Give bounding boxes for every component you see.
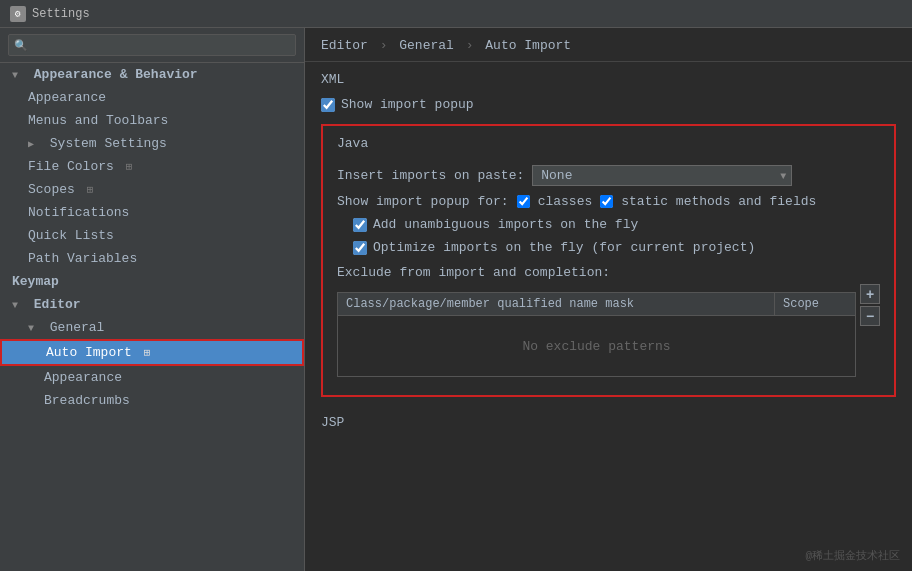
- no-patterns-text: No exclude patterns: [522, 339, 670, 354]
- breadcrumb-part-general: General: [399, 38, 454, 53]
- sidebar-item-auto-import[interactable]: Auto Import ⊞: [0, 339, 304, 366]
- table-col1-header: Class/package/member qualified name mask: [338, 293, 775, 315]
- table-col2-header: Scope: [775, 293, 855, 315]
- add-unambiguous-label: Add unambiguous imports on the fly: [373, 217, 638, 232]
- show-import-popup-row: Show import popup: [305, 93, 912, 116]
- title-bar: ⚙ Settings: [0, 0, 912, 28]
- optimize-imports-checkbox[interactable]: [353, 241, 367, 255]
- breadcrumb-part-autoimport: Auto Import: [485, 38, 571, 53]
- jsp-section-label: JSP: [305, 405, 912, 438]
- sidebar-item-breadcrumbs[interactable]: Breadcrumbs: [0, 389, 304, 412]
- breadcrumb-sep1: ›: [380, 38, 388, 53]
- sidebar-item-file-colors[interactable]: File Colors ⊞: [0, 155, 304, 178]
- show-import-popup-checkbox[interactable]: [321, 98, 335, 112]
- optimize-imports-label: Optimize imports on the fly (for current…: [373, 240, 755, 255]
- sidebar-item-editor[interactable]: ▼ Editor: [0, 293, 304, 316]
- optimize-imports-row: Optimize imports on the fly (for current…: [337, 236, 880, 259]
- copy-icon-auto-import: ⊞: [144, 347, 151, 359]
- sidebar-item-quick-lists[interactable]: Quick Lists: [0, 224, 304, 247]
- title-bar-title: Settings: [32, 7, 90, 21]
- breadcrumb: Editor › General › Auto Import: [305, 28, 912, 62]
- sidebar-item-system-settings[interactable]: ▶ System Settings: [0, 132, 304, 155]
- add-exclude-button[interactable]: +: [860, 284, 880, 304]
- sidebar-item-keymap[interactable]: Keymap: [0, 270, 304, 293]
- add-unambiguous-checkbox[interactable]: [353, 218, 367, 232]
- sidebar-item-scopes[interactable]: Scopes ⊞: [0, 178, 304, 201]
- breadcrumb-part-editor: Editor: [321, 38, 368, 53]
- content-area: Editor › General › Auto Import XML Show …: [305, 28, 912, 571]
- static-methods-label: static methods and fields: [621, 194, 816, 209]
- exclude-table-wrapper: Class/package/member qualified name mask…: [337, 284, 856, 385]
- sidebar-item-appearance2[interactable]: Appearance: [0, 366, 304, 389]
- breadcrumb-sep2: ›: [466, 38, 474, 53]
- xml-section-label: XML: [305, 62, 912, 93]
- sidebar-item-appearance[interactable]: Appearance: [0, 86, 304, 109]
- classes-label: classes: [538, 194, 593, 209]
- java-section-box: Java Insert imports on paste: None All A…: [321, 124, 896, 397]
- add-unambiguous-row: Add unambiguous imports on the fly: [337, 213, 880, 236]
- show-import-popup-for-label: Show import popup for:: [337, 194, 509, 209]
- title-bar-icon: ⚙: [10, 6, 26, 22]
- table-header: Class/package/member qualified name mask…: [338, 293, 855, 316]
- exclude-table-section: Class/package/member qualified name mask…: [337, 284, 880, 385]
- table-body: No exclude patterns: [338, 316, 855, 376]
- insert-imports-row: Insert imports on paste: None All Ask ▼: [337, 161, 880, 190]
- search-icon: 🔍: [14, 39, 28, 52]
- sidebar-item-notifications[interactable]: Notifications: [0, 201, 304, 224]
- exclude-label: Exclude from import and completion:: [337, 259, 880, 284]
- copy-icon-scopes: ⊞: [87, 184, 94, 196]
- watermark: @稀土掘金技术社区: [805, 548, 900, 563]
- insert-imports-select-wrapper: None All Ask ▼: [532, 165, 792, 186]
- remove-exclude-button[interactable]: −: [860, 306, 880, 326]
- static-methods-checkbox[interactable]: [600, 195, 613, 208]
- classes-checkbox[interactable]: [517, 195, 530, 208]
- sidebar-item-appearance-behavior[interactable]: ▼ Appearance & Behavior: [0, 63, 304, 86]
- show-import-popup-for-row: Show import popup for: classes static me…: [337, 190, 880, 213]
- show-import-popup-label: Show import popup: [341, 97, 474, 112]
- sidebar-item-path-variables[interactable]: Path Variables: [0, 247, 304, 270]
- sidebar: 🔍 ▼ Appearance & Behavior Appearance Men…: [0, 28, 305, 571]
- table-actions: + −: [856, 284, 880, 326]
- collapse-arrow: ▼: [12, 70, 24, 81]
- insert-imports-select[interactable]: None All Ask: [532, 165, 792, 186]
- collapse-arrow-general: ▼: [28, 323, 40, 334]
- insert-imports-label: Insert imports on paste:: [337, 168, 524, 183]
- search-input[interactable]: [8, 34, 296, 56]
- sidebar-item-general[interactable]: ▼ General: [0, 316, 304, 339]
- sidebar-item-menus-toolbars[interactable]: Menus and Toolbars: [0, 109, 304, 132]
- collapse-arrow-system: ▶: [28, 138, 40, 150]
- copy-icon-file-colors: ⊞: [126, 161, 133, 173]
- collapse-arrow-editor: ▼: [12, 300, 24, 311]
- exclude-table: Class/package/member qualified name mask…: [337, 292, 856, 377]
- java-section-label: Java: [337, 136, 880, 151]
